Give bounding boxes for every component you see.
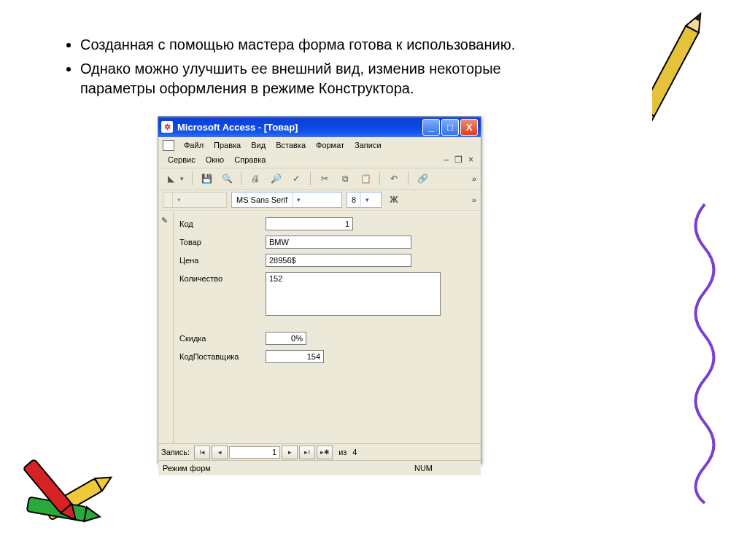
svg-rect-9 — [23, 459, 72, 513]
svg-rect-7 — [27, 497, 87, 521]
print-button[interactable]: 🖨 — [247, 171, 263, 187]
maximize-button[interactable]: □ — [441, 119, 459, 136]
input-skidka[interactable] — [266, 332, 306, 345]
window-title: Microsoft Access - [Товар] — [177, 122, 422, 133]
bullet-1: Созданная с помощью мастера форма готова… — [80, 35, 576, 55]
bullet-2: Однако можно улучшить ее внешний вид, из… — [80, 59, 576, 98]
paste-button[interactable]: 📋 — [357, 171, 374, 187]
title-bar[interactable]: ✲ Microsoft Access - [Товар] _ □ X — [158, 117, 481, 137]
svg-marker-10 — [61, 504, 81, 524]
svg-rect-0 — [652, 26, 699, 116]
nav-next-button[interactable]: ▸ — [282, 446, 298, 459]
nav-new-button[interactable]: ▸✱ — [317, 446, 333, 459]
form-icon — [163, 140, 174, 151]
svg-marker-1 — [686, 10, 707, 33]
menu-edit[interactable]: Правка — [209, 139, 246, 151]
mdi-restore-icon[interactable]: ❐ — [454, 155, 462, 165]
access-window: ✲ Microsoft Access - [Товар] _ □ X Файл … — [158, 116, 481, 464]
view-button[interactable]: ◣ — [163, 171, 179, 187]
nav-label: Запись: — [161, 448, 190, 456]
status-mode: Режим форм — [163, 464, 211, 472]
crayons-art — [13, 421, 144, 553]
menu-window[interactable]: Окно — [201, 154, 230, 166]
font-combo[interactable]: MS Sans Serif ▾ — [231, 192, 342, 208]
pencil-squiggle-art — [652, 7, 740, 197]
mdi-minimize-icon[interactable]: – — [444, 155, 449, 165]
toolbar-overflow-icon[interactable]: » — [472, 174, 476, 183]
menu-file[interactable]: Файл — [179, 139, 209, 151]
menu-tools[interactable]: Сервис — [163, 154, 201, 166]
input-kolvo[interactable] — [266, 272, 441, 316]
menu-records[interactable]: Записи — [349, 139, 387, 151]
status-bar: Режим форм NUM — [158, 460, 481, 475]
chevron-down-icon[interactable]: ▾ — [180, 175, 186, 182]
menu-view[interactable]: Вид — [246, 139, 271, 151]
spellcheck-button[interactable]: ✓ — [288, 171, 304, 187]
svg-rect-5 — [44, 478, 102, 520]
font-size: 8 — [347, 195, 360, 204]
nav-of-label: из — [338, 448, 347, 456]
minimize-button[interactable]: _ — [422, 119, 440, 136]
nav-last-button[interactable]: ▸I — [299, 446, 315, 459]
nav-first-button[interactable]: I◂ — [194, 446, 210, 459]
label-tovar: Товар — [179, 236, 266, 246]
menu-help[interactable]: Справка — [229, 154, 271, 166]
svg-marker-8 — [84, 507, 101, 524]
squiggle-art — [683, 197, 727, 510]
input-cena[interactable] — [266, 254, 411, 267]
label-cena: Цена — [179, 254, 266, 265]
slide-text: Созданная с помощью мастера форма готова… — [66, 35, 576, 103]
svg-marker-2 — [694, 12, 703, 22]
access-app-icon: ✲ — [161, 121, 173, 133]
font-name: MS Sans Serif — [232, 195, 292, 204]
label-kodpost: КодПоставщика — [179, 350, 266, 361]
input-kodpost[interactable] — [266, 350, 324, 363]
svg-marker-6 — [95, 471, 115, 491]
search-button[interactable]: 🔍 — [219, 171, 235, 187]
size-combo[interactable]: 8 ▾ — [347, 192, 382, 208]
chevron-down-icon: ▾ — [360, 192, 373, 207]
copy-button[interactable]: ⧉ — [337, 171, 353, 187]
chevron-down-icon: ▾ — [172, 192, 185, 207]
input-kod[interactable] — [266, 217, 353, 230]
label-kolvo: Количество — [179, 272, 266, 283]
nav-position-input[interactable] — [229, 446, 280, 459]
label-skidka: Скидка — [179, 332, 266, 343]
record-navigator: Запись: I◂ ◂ ▸ ▸I ▸✱ из 4 — [158, 443, 481, 460]
status-num: NUM — [414, 464, 433, 472]
form-area: ✎ Код Товар Цена Количество — [158, 211, 481, 443]
menu-format[interactable]: Формат — [311, 139, 349, 151]
menu-bar: Файл Правка Вид Вставка Формат Записи Се… — [158, 137, 481, 168]
cut-button[interactable]: ✂ — [317, 171, 333, 187]
standard-toolbar: ◣▾ 💾 🔍 🖨 🔎 ✓ ✂ ⧉ 📋 ↶ 🔗 » — [158, 168, 481, 190]
format-overflow-icon[interactable]: » — [472, 195, 476, 204]
formatting-toolbar: ▾ MS Sans Serif ▾ 8 ▾ Ж » — [158, 190, 481, 211]
label-kod: Код — [179, 217, 266, 228]
record-selector[interactable]: ✎ — [158, 211, 174, 443]
nav-prev-button[interactable]: ◂ — [212, 446, 228, 459]
mdi-close-icon[interactable]: × — [468, 155, 473, 165]
chevron-down-icon: ▾ — [292, 192, 304, 207]
input-tovar[interactable] — [266, 236, 411, 249]
edit-pencil-icon: ✎ — [161, 216, 168, 225]
menu-insert[interactable]: Вставка — [271, 139, 311, 151]
save-button[interactable]: 💾 — [198, 171, 214, 187]
svg-rect-3 — [652, 109, 654, 124]
link-button[interactable]: 🔗 — [414, 171, 430, 187]
nav-total: 4 — [352, 448, 357, 456]
bold-button[interactable]: Ж — [386, 192, 402, 208]
undo-button[interactable]: ↶ — [386, 171, 402, 187]
preview-button[interactable]: 🔎 — [268, 171, 284, 187]
object-combo[interactable]: ▾ — [163, 192, 227, 208]
close-button[interactable]: X — [460, 119, 478, 136]
